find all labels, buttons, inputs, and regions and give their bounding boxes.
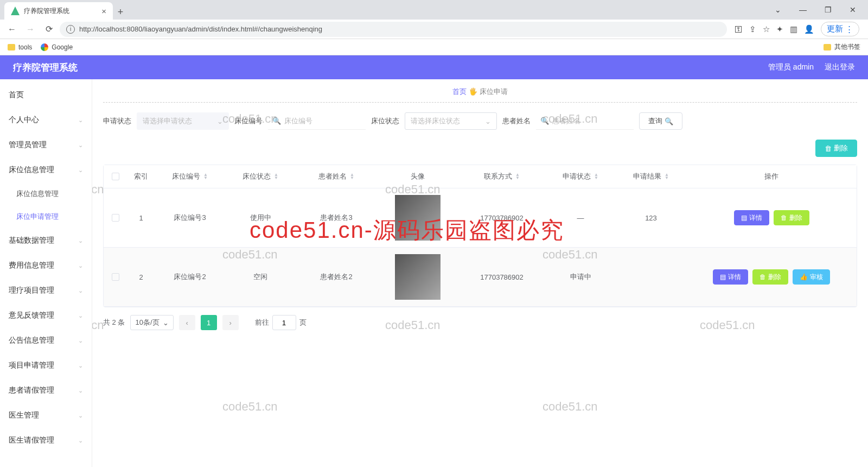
sidebar-sub-bed-apply[interactable]: 床位申请管理 xyxy=(0,205,92,228)
search-icon: 🔍 xyxy=(540,117,549,125)
sort-icon: ▲▼ xyxy=(515,173,520,180)
cell-bed-status: 使用中 xyxy=(225,206,296,229)
watermark: code51.cn xyxy=(542,400,598,414)
row-checkbox[interactable] xyxy=(112,214,119,222)
prev-page-button[interactable]: ‹ xyxy=(179,315,195,330)
sidebar-item-doctor-leave[interactable]: 医生请假管理⌄ xyxy=(0,428,92,453)
avatar xyxy=(395,195,441,241)
review-button[interactable]: 👍审核 xyxy=(793,269,830,285)
address-input[interactable]: i http://localhost:8080/liaoyangyuan/adm… xyxy=(60,22,727,37)
sidebar-item-therapy[interactable]: 理疗项目管理⌄ xyxy=(0,278,92,303)
main-content: 首页 🖐 床位申请 申请状态 请选择申请状态⌄ 床位编号 🔍床位编号 床位状态 … xyxy=(92,79,868,467)
sort-icon: ▲▼ xyxy=(665,173,669,180)
page-jump-input[interactable] xyxy=(272,315,296,330)
tab-bar: 疗养院管理系统 × + ⌄ — ❐ ✕ xyxy=(0,0,868,20)
address-bar: ← → ⟳ i http://localhost:8080/liaoyangyu… xyxy=(0,20,868,39)
col-phone[interactable]: 联系方式▲▼ xyxy=(458,165,545,188)
sort-icon: ▲▼ xyxy=(274,173,278,180)
sort-icon: ▲▼ xyxy=(350,173,354,180)
watermark: code51.cn xyxy=(222,400,278,414)
page-size-select[interactable]: 10条/页⌄ xyxy=(130,315,173,330)
avatar xyxy=(395,254,441,300)
sidebar-item-bed[interactable]: 床位信息管理⌄ xyxy=(0,157,92,182)
profile-icon[interactable]: 👤 xyxy=(804,24,814,34)
cell-bed-no: 床位编号2 xyxy=(155,266,225,288)
bulk-delete-button[interactable]: 🗑删除 xyxy=(815,140,857,157)
reload-button[interactable]: ⟳ xyxy=(41,22,56,37)
breadcrumb-home[interactable]: 首页 xyxy=(452,87,467,96)
pagination: 共 2 条 10条/页⌄ ‹ 1 › 前往 页 xyxy=(103,307,857,338)
back-button[interactable]: ← xyxy=(4,22,20,37)
sidebar-item-home[interactable]: 首页 xyxy=(0,83,92,108)
cell-apply-status: — xyxy=(545,207,616,229)
checkbox-all[interactable] xyxy=(112,173,119,180)
query-button[interactable]: 查询🔍 xyxy=(639,112,682,130)
select-apply-status[interactable]: 请选择申请状态⌄ xyxy=(137,112,229,130)
col-bed-status[interactable]: 床位状态▲▼ xyxy=(225,165,296,188)
sidebar-item-personal[interactable]: 个人中心⌄ xyxy=(0,108,92,132)
trash-icon: 🗑 xyxy=(760,273,766,281)
star-icon[interactable]: ☆ xyxy=(763,24,770,34)
col-apply-status[interactable]: 申请状态▲▼ xyxy=(545,165,616,188)
browser-tab[interactable]: 疗养院管理系统 × xyxy=(4,2,113,20)
chevron-down-icon: ⌄ xyxy=(78,117,83,124)
sidebar-item-notice[interactable]: 公告信息管理⌄ xyxy=(0,328,92,353)
page-jump: 前往 页 xyxy=(255,315,307,330)
next-page-button[interactable]: › xyxy=(222,315,239,330)
delete-button[interactable]: 🗑删除 xyxy=(774,210,809,225)
bookmark-google[interactable]: Google xyxy=(41,43,73,51)
extensions-icon[interactable]: ✦ xyxy=(776,24,783,34)
logout-link[interactable]: 退出登录 xyxy=(825,62,855,72)
cell-patient: 患者姓名2 xyxy=(296,266,377,288)
sidebar-item-doctor[interactable]: 医生管理⌄ xyxy=(0,403,92,428)
input-patient[interactable]: 🔍患者姓名 xyxy=(536,112,634,130)
key-icon[interactable]: ⚿ xyxy=(735,24,743,34)
favicon-icon xyxy=(11,7,20,15)
pager-total: 共 2 条 xyxy=(103,318,125,327)
trash-icon: 🗑 xyxy=(825,144,832,153)
sidebar-item-fee[interactable]: 费用信息管理⌄ xyxy=(0,253,92,278)
sidebar-item-basic[interactable]: 基础数据管理⌄ xyxy=(0,228,92,253)
detail-button[interactable]: ▤详情 xyxy=(734,210,769,225)
col-apply-result[interactable]: 申请结果▲▼ xyxy=(616,165,686,188)
site-info-icon[interactable]: i xyxy=(66,25,75,34)
col-bed-no[interactable]: 床位编号▲▼ xyxy=(155,165,225,188)
bookmark-other[interactable]: 其他书签 xyxy=(824,42,860,52)
sidebar-item-admin[interactable]: 管理员管理⌄ xyxy=(0,132,92,157)
sidebar-item-patient-leave[interactable]: 患者请假管理⌄ xyxy=(0,378,92,403)
page-1-button[interactable]: 1 xyxy=(201,315,217,330)
sidebar-sub-bed-info[interactable]: 床位信息管理 xyxy=(0,182,92,205)
user-label[interactable]: 管理员 admin xyxy=(768,62,814,72)
col-patient[interactable]: 患者姓名▲▼ xyxy=(296,165,377,188)
detail-button[interactable]: ▤详情 xyxy=(713,269,748,285)
chevron-down-icon: ⌄ xyxy=(217,117,223,125)
col-avatar: 头像 xyxy=(377,165,458,188)
table-header: 索引 床位编号▲▼ 床位状态▲▼ 患者姓名▲▼ 头像 联系方式▲▼ 申请状态▲▼… xyxy=(104,165,857,188)
input-bed-no[interactable]: 🔍床位编号 xyxy=(268,112,366,130)
chevron-down-icon[interactable]: ⌄ xyxy=(768,5,788,14)
row-checkbox[interactable] xyxy=(112,273,119,281)
sort-icon: ▲▼ xyxy=(594,173,598,180)
sidebar-item-project-apply[interactable]: 项目申请管理⌄ xyxy=(0,353,92,378)
tab-close-icon[interactable]: × xyxy=(101,7,106,16)
cell-apply-result xyxy=(616,270,686,283)
panel-icon[interactable]: ▥ xyxy=(790,24,797,34)
sidebar-item-feedback[interactable]: 意见反馈管理⌄ xyxy=(0,303,92,328)
new-tab-button[interactable]: + xyxy=(113,4,128,20)
cell-bed-status: 空闲 xyxy=(225,266,296,288)
sort-icon: ▲▼ xyxy=(203,173,208,180)
share-icon[interactable]: ⇪ xyxy=(749,24,756,34)
maximize-icon[interactable]: ❐ xyxy=(818,5,838,14)
col-index: 索引 xyxy=(127,165,155,188)
filter-bar: 申请状态 请选择申请状态⌄ 床位编号 🔍床位编号 床位状态 请选择床位状态⌄ 患… xyxy=(103,103,857,140)
kebab-icon: ⋮ xyxy=(845,24,853,34)
forward-button[interactable]: → xyxy=(23,22,38,37)
bookmark-tools[interactable]: tools xyxy=(8,43,32,51)
delete-button[interactable]: 🗑删除 xyxy=(752,269,788,285)
update-button[interactable]: 更新 ⋮ xyxy=(821,22,859,36)
chevron-down-icon: ⌄ xyxy=(78,287,83,294)
select-bed-status[interactable]: 请选择床位状态⌄ xyxy=(405,112,497,130)
minimize-icon[interactable]: — xyxy=(793,5,813,14)
close-window-icon[interactable]: ✕ xyxy=(843,5,863,14)
chevron-down-icon: ⌄ xyxy=(485,117,491,125)
